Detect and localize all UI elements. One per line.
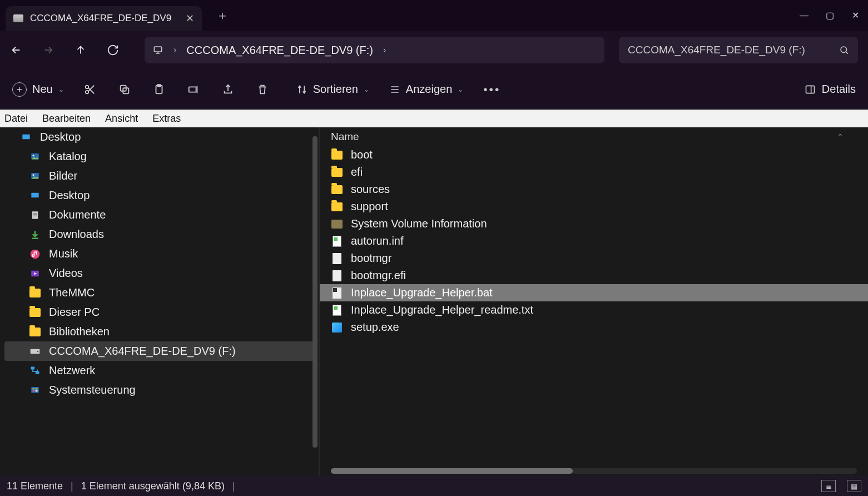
file-name: efi (351, 166, 363, 178)
share-button[interactable] (222, 83, 236, 96)
file-row[interactable]: Inplace_Upgrade_Helper.bat (320, 284, 868, 301)
main-area: DesktopKatalogBilderDesktopDokumenteDown… (0, 127, 868, 476)
chevron-right-icon[interactable]: › (173, 45, 176, 55)
file-name: sources (351, 183, 390, 196)
list-icon (389, 84, 400, 95)
details-pane-button[interactable]: Details (804, 83, 856, 96)
horizontal-scrollbar[interactable] (331, 468, 857, 474)
folder-icon (331, 184, 343, 195)
sidebar: DesktopKatalogBilderDesktopDokumenteDown… (0, 127, 320, 476)
sidebar-item[interactable]: TheMMC (0, 283, 319, 302)
file-list: bootefisourcessupportSystem Volume Infor… (320, 146, 868, 464)
sidebar-item-label: Downloads (49, 228, 104, 241)
divider: | (232, 480, 235, 492)
document-icon (29, 210, 41, 221)
sidebar-item[interactable]: Bibliotheken (0, 322, 319, 341)
tab-title: CCCOMA_X64FRE_DE-DE_DV9 (30, 13, 171, 24)
chevron-right-icon[interactable]: › (383, 45, 386, 55)
file-row[interactable]: System Volume Information (320, 215, 868, 232)
paste-button[interactable] (153, 83, 167, 96)
file-row[interactable]: support (320, 198, 868, 215)
file-row[interactable]: bootmgr.efi (320, 267, 868, 284)
sidebar-item[interactable]: Systemsteuerung (0, 380, 319, 400)
svg-rect-19 (33, 215, 37, 216)
svg-point-23 (37, 350, 39, 352)
svg-point-12 (33, 155, 34, 156)
cut-button[interactable] (84, 83, 98, 96)
view-button[interactable]: Anzeigen ⌄ (389, 83, 463, 96)
details-pane-icon (804, 84, 816, 95)
address-bar[interactable]: › CCCOMA_X64FRE_DE-DE_DV9 (F:) › (145, 37, 604, 63)
search-bar[interactable]: CCCOMA_X64FRE_DE-DE_DV9 (F:) (619, 37, 858, 63)
new-label: Neu (32, 83, 53, 96)
file-name: Inplace_Upgrade_Helper_readme.txt (351, 304, 533, 316)
chevron-down-icon: ⌄ (364, 86, 369, 93)
svg-rect-29 (33, 390, 35, 391)
menu-view[interactable]: Ansicht (105, 113, 138, 125)
desktop-icon (20, 132, 32, 143)
file-name: boot (351, 148, 373, 161)
sidebar-item[interactable]: Bilder (0, 166, 319, 186)
sidebar-item[interactable]: Videos (0, 264, 319, 283)
rename-button[interactable] (187, 83, 202, 96)
view-details-toggle[interactable]: ≣ (821, 480, 836, 492)
menu-file[interactable]: Datei (4, 113, 28, 125)
chevron-down-icon: ⌄ (458, 86, 463, 93)
scrollbar-thumb[interactable] (331, 468, 573, 474)
tab[interactable]: CCCOMA_X64FRE_DE-DE_DV9 ✕ (6, 6, 202, 31)
menu-edit[interactable]: Bearbeiten (42, 113, 91, 125)
sidebar-item[interactable]: Desktop (0, 127, 319, 147)
refresh-button[interactable] (107, 44, 125, 56)
new-tab-button[interactable]: ＋ (216, 7, 229, 24)
close-window-button[interactable]: ✕ (842, 10, 868, 21)
sidebar-item-label: Bilder (49, 170, 77, 182)
minimize-button[interactable]: — (791, 11, 817, 21)
more-button[interactable]: ••• (483, 83, 498, 96)
details-label: Details (822, 83, 856, 96)
up-button[interactable] (75, 44, 92, 56)
file-name: bootmgr (351, 252, 391, 265)
copy-button[interactable] (118, 83, 133, 96)
download-icon (29, 229, 41, 240)
control-icon (29, 385, 41, 396)
sidebar-item[interactable]: Katalog (0, 147, 319, 166)
sidebar-item[interactable]: Downloads (0, 225, 319, 244)
svg-rect-27 (33, 388, 35, 389)
forward-button[interactable] (42, 44, 60, 56)
search-icon[interactable] (839, 45, 849, 55)
menu-extras[interactable]: Extras (152, 113, 181, 125)
search-placeholder: CCCOMA_X64FRE_DE-DE_DV9 (F:) (628, 44, 839, 56)
drive-icon (13, 14, 23, 22)
file-row[interactable]: autorun.inf (320, 232, 868, 250)
new-button[interactable]: + Neu ⌄ (12, 82, 64, 97)
close-tab-icon[interactable]: ✕ (186, 12, 194, 24)
file-name: bootmgr.efi (351, 269, 406, 282)
sidebar-item-label: Dokumente (49, 209, 106, 221)
file-row[interactable]: sources (320, 181, 868, 198)
file-row[interactable]: boot (320, 146, 868, 163)
column-name[interactable]: Name (331, 131, 837, 143)
sidebar-item[interactable]: Desktop (0, 186, 319, 205)
sidebar-item-label: Desktop (49, 189, 90, 202)
delete-button[interactable] (256, 83, 271, 96)
sidebar-item[interactable]: Netzwerk (0, 361, 319, 380)
menubar: Datei Bearbeiten Ansicht Extras (0, 110, 868, 127)
sidebar-item[interactable]: Dokumente (0, 205, 319, 225)
sidebar-item[interactable]: CCCOMA_X64FRE_DE-DE_DV9 (F:) (4, 341, 314, 361)
file-row[interactable]: efi (320, 163, 868, 181)
back-button[interactable] (10, 44, 28, 56)
monitor-icon (152, 45, 163, 55)
sort-button[interactable]: Sortieren ⌄ (296, 83, 369, 96)
file-row[interactable]: bootmgr (320, 250, 868, 267)
file-row[interactable]: setup.exe (320, 319, 868, 336)
sidebar-item[interactable]: Musik (0, 244, 319, 264)
svg-rect-9 (806, 86, 814, 93)
maximize-button[interactable]: ▢ (817, 10, 842, 21)
file-row[interactable]: Inplace_Upgrade_Helper_readme.txt (320, 301, 868, 319)
status-selection: 1 Element ausgewählt (9,84 KB) (81, 480, 225, 492)
file-icon (331, 253, 343, 264)
view-thumbnails-toggle[interactable]: ▦ (847, 480, 861, 492)
network-icon (29, 365, 41, 376)
scrollbar-thumb[interactable] (313, 136, 318, 448)
sidebar-item[interactable]: Dieser PC (0, 302, 319, 322)
